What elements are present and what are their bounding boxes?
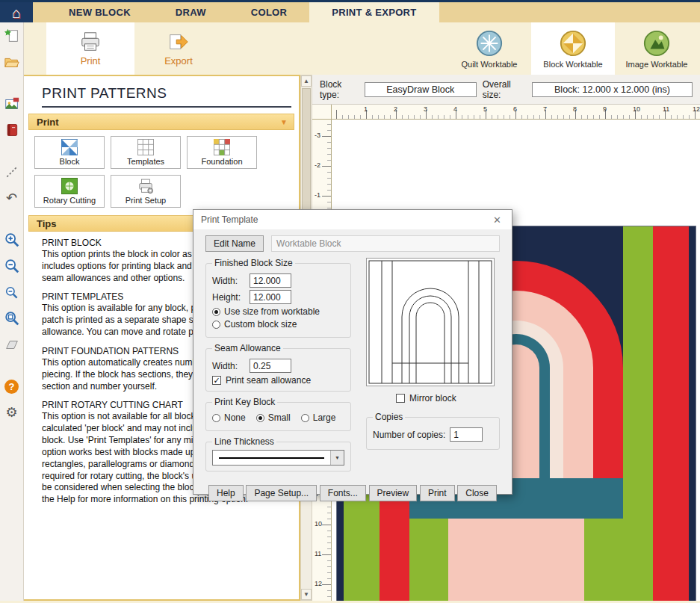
settings-button[interactable]: ⚙ (3, 403, 21, 421)
template-name-input[interactable]: Worktable Block (271, 235, 500, 252)
fonts-button[interactable]: Fonts... (320, 485, 366, 501)
h-ruler-number: 8 (573, 105, 577, 113)
panel-title: PRINT PATTERNS (24, 76, 299, 106)
tab-print-export[interactable]: PRINT & EXPORT (309, 2, 439, 22)
dialog-title-bar[interactable]: Print Template ✕ (193, 210, 512, 229)
radio-key-block-none[interactable]: None (212, 412, 246, 423)
image-worktable-button[interactable]: Image Worktable (615, 22, 699, 75)
export-button[interactable]: Export (134, 22, 223, 75)
copies-input[interactable]: 1 (450, 427, 483, 442)
tab-new-block[interactable]: NEW BLOCK (46, 2, 153, 22)
zoom-out-button[interactable] (3, 257, 21, 275)
undo-button[interactable]: ↶ (3, 189, 21, 207)
print-button[interactable]: Print (420, 485, 455, 501)
finished-block-size-group: Finished Block Size Width: 12.000 Height… (205, 258, 351, 338)
dropdown-arrow-icon[interactable]: ▼ (330, 451, 344, 465)
print-seam-allowance-label: Print seam allowance (226, 375, 311, 386)
line-thickness-select[interactable]: ▼ (212, 450, 344, 466)
radio-key-block-small[interactable]: Small (256, 412, 291, 423)
print-templates-label: Templates (127, 157, 164, 166)
sketchbook-button[interactable] (3, 121, 21, 139)
tab-draw[interactable]: DRAW (153, 2, 229, 22)
print-button-label: Print (81, 55, 101, 67)
close-icon[interactable]: ✕ (490, 214, 504, 226)
new-sparkle-icon (4, 28, 20, 44)
help-button[interactable]: ? (3, 377, 21, 395)
collapse-arrow-icon: ▼ (280, 118, 288, 126)
rotary-cutting-button[interactable]: Rotary Cutting (34, 175, 105, 208)
v-ruler-number: 12 (315, 580, 322, 587)
block-worktable-button[interactable]: Block Worktable (531, 22, 615, 75)
new-block-button[interactable] (3, 27, 21, 45)
line-thickness-legend: Line Thickness (212, 436, 276, 447)
tracing-tool-button[interactable] (3, 163, 21, 181)
quilt-worktable-button[interactable]: Quilt Worktable (447, 22, 531, 75)
v-ruler-number: 11 (315, 550, 321, 557)
export-button-label: Export (164, 55, 193, 67)
h-ruler-number: 9 (603, 105, 607, 113)
scroll-down-icon[interactable]: ▼ (301, 589, 312, 600)
rotary-cutting-icon (61, 178, 78, 194)
h-ruler-number: 1 (364, 105, 368, 113)
tips-section-label: Tips (37, 218, 57, 229)
dialog-title: Print Template (201, 214, 258, 225)
block-worktable-label: Block Worktable (543, 60, 602, 69)
block-worktable-icon (559, 29, 587, 58)
printer-icon (79, 31, 102, 53)
tab-color[interactable]: COLOR (229, 2, 309, 22)
help-button[interactable]: Help (208, 485, 244, 501)
print-foundation-button[interactable]: Foundation (187, 136, 257, 169)
import-image-button[interactable] (3, 95, 21, 113)
print-section-label: Print (37, 117, 59, 128)
radio-icon (212, 308, 220, 316)
v-ruler-number: 10 (315, 520, 322, 528)
eq8-app: ⌂ NEW BLOCK DRAW COLOR PRINT & EXPORT (0, 0, 700, 603)
radio-custom-block-size[interactable]: Custom block size (212, 319, 344, 330)
print-setup-button[interactable]: Print Setup (111, 175, 181, 208)
close-button[interactable]: Close (457, 485, 497, 501)
print-templates-button[interactable]: Templates (111, 136, 181, 169)
copies-group: Copies Number of copies: 1 (366, 412, 500, 450)
height-input[interactable]: 12.000 (250, 290, 291, 304)
print-seam-allowance-checkbox[interactable]: ✓ Print seam allowance (212, 375, 344, 386)
fit-to-screen-button[interactable] (3, 309, 21, 327)
home-button[interactable]: ⌂ (0, 2, 33, 22)
print-button[interactable]: Print (46, 22, 134, 75)
page-setup-button[interactable]: Page Setup... (246, 485, 317, 501)
height-label: Height: (212, 292, 245, 303)
import-image-icon (4, 96, 20, 112)
canvas-toolbar: Block type: EasyDraw Block Overall size:… (312, 75, 700, 105)
line-thickness-sample (219, 457, 324, 459)
block-pattern-icon (61, 139, 78, 155)
radio-label: Small (268, 412, 291, 423)
scroll-up-icon[interactable]: ▲ (301, 75, 312, 87)
ribbon: Print Export Quilt Worktable Block Workt… (24, 22, 700, 75)
seam-width-input[interactable]: 0.25 (250, 359, 291, 373)
width-input[interactable]: 12.000 (250, 273, 291, 288)
zoom-in-button[interactable] (3, 231, 21, 249)
radio-use-size-from-worktable[interactable]: Use size from worktable (212, 306, 344, 317)
open-folder-icon (4, 54, 20, 70)
h-ruler-number: 3 (424, 105, 427, 113)
radio-use-size-label: Use size from worktable (224, 306, 320, 317)
print-section-header[interactable]: Print ▼ (28, 114, 294, 130)
line-thickness-group: Line Thickness ▼ (205, 436, 351, 471)
overall-size-value: Block: 12.000 x 12.000 (ins) (532, 82, 693, 97)
radio-custom-size-label: Custom block size (224, 319, 297, 330)
zoom-in-icon (4, 232, 20, 248)
mirror-block-checkbox[interactable]: Mirror block (396, 393, 500, 403)
preview-button[interactable]: Preview (369, 485, 418, 501)
print-block-button[interactable]: Block (34, 136, 105, 169)
block-preview-drawing (367, 259, 494, 386)
edit-name-button[interactable]: Edit Name (205, 235, 264, 252)
templates-grid-icon (137, 139, 154, 155)
open-library-button[interactable] (3, 53, 21, 71)
overall-size-label: Overall size: (483, 79, 526, 100)
radio-key-block-large[interactable]: Large (301, 412, 336, 423)
h-ruler-number: 4 (453, 105, 457, 113)
zoom-all-button[interactable] (3, 283, 21, 301)
h-ruler-number: 5 (483, 105, 487, 113)
zoom-out-icon (4, 258, 20, 274)
measure-tool-button[interactable] (3, 335, 21, 353)
print-template-dialog: Print Template ✕ Edit Name Worktable Blo… (193, 209, 512, 495)
